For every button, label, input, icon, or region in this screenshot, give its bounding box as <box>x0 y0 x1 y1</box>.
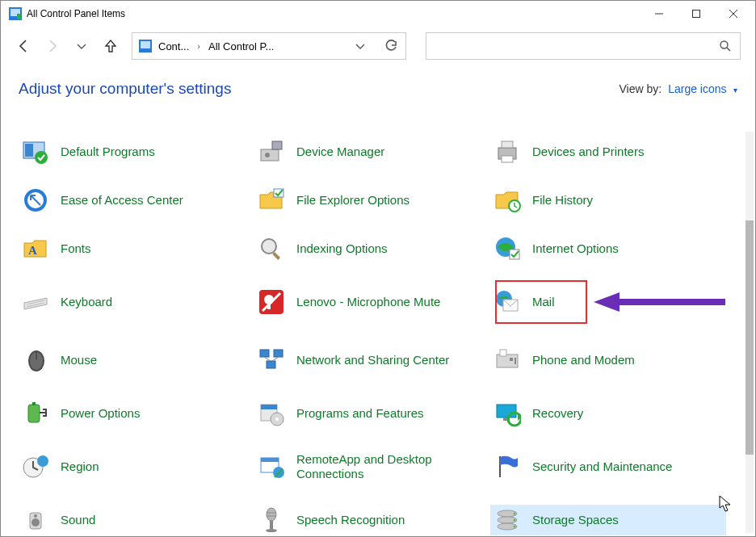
items-grid: Default ProgramsDevice ManagerDevices an… <box>19 136 726 535</box>
printer-icon <box>494 138 521 166</box>
breadcrumb-second[interactable]: All Control P... <box>208 40 274 52</box>
item-internet-options[interactable]: Internet Options <box>490 233 726 264</box>
refresh-button[interactable] <box>383 38 399 54</box>
adjust-settings-title: Adjust your computer's settings <box>19 80 231 98</box>
svg-point-9 <box>720 41 728 48</box>
mail-globe-icon <box>494 288 521 316</box>
view-by-dropdown[interactable]: Large icons ▾ <box>668 82 737 96</box>
item-label: Recovery <box>532 406 583 421</box>
magnifier-icon <box>258 235 285 262</box>
item-security-and-maintenance[interactable]: Security and Maintenance <box>490 447 726 487</box>
items-scroll-area[interactable]: Default ProgramsDevice ManagerDevices an… <box>1 132 744 536</box>
keyboard-icon <box>22 288 49 316</box>
item-network-and-sharing-center[interactable]: Network and Sharing Center <box>254 340 490 380</box>
item-file-explorer-options[interactable]: File Explorer Options <box>254 185 490 216</box>
item-fonts[interactable]: Fonts <box>19 233 254 264</box>
battery-plug-icon <box>22 400 49 427</box>
item-programs-and-features[interactable]: Programs and Features <box>254 398 490 429</box>
chevron-right-icon: › <box>197 41 200 51</box>
box-cd-icon <box>258 400 285 427</box>
chevron-down-icon: ▾ <box>733 86 737 94</box>
view-by-label: View by: <box>619 82 662 95</box>
item-label: Fonts <box>61 241 91 256</box>
settings-header: Adjust your computer's settings View by:… <box>1 65 755 104</box>
item-label: Mouse <box>61 353 97 367</box>
item-speech-recognition[interactable]: Speech Recognition <box>254 505 490 535</box>
item-label: RemoteApp and Desktop Connections <box>296 452 487 481</box>
item-label: File Explorer Options <box>296 193 410 208</box>
back-button[interactable] <box>15 38 32 54</box>
item-label: Security and Maintenance <box>532 459 672 474</box>
item-label: Indexing Options <box>296 241 388 256</box>
microphone-icon <box>258 506 285 534</box>
view-by-value: Large icons <box>668 82 726 95</box>
item-label: Internet Options <box>532 241 619 256</box>
item-file-history[interactable]: File History <box>490 185 726 216</box>
item-lenovo-microphone-mute[interactable]: Lenovo - Microphone Mute <box>254 282 490 322</box>
svg-rect-8 <box>141 41 150 48</box>
item-mouse[interactable]: Mouse <box>19 340 254 380</box>
phone-fax-icon <box>494 346 521 374</box>
search-icon <box>719 40 732 52</box>
item-label: File History <box>532 193 593 208</box>
navigation-bar: Cont... › All Control P... <box>1 27 755 65</box>
item-label: Default Programs <box>61 145 155 159</box>
monitor-arrow-icon <box>494 400 521 427</box>
item-devices-and-printers[interactable]: Devices and Printers <box>490 136 726 167</box>
title-bar: All Control Panel Items <box>1 1 755 27</box>
item-region[interactable]: Region <box>19 447 254 487</box>
device-manager-icon <box>258 138 285 166</box>
item-mail[interactable]: Mail <box>490 282 726 322</box>
svg-rect-2 <box>17 14 21 19</box>
item-label: Region <box>61 459 99 474</box>
clock-globe-icon <box>22 453 49 480</box>
minimize-button[interactable] <box>640 1 678 27</box>
maximize-button[interactable] <box>678 1 715 27</box>
globe-check-icon <box>494 235 521 262</box>
address-bar[interactable]: Cont... › All Control P... <box>132 32 406 60</box>
item-indexing-options[interactable]: Indexing Options <box>254 233 490 264</box>
mic-mute-icon <box>258 288 285 316</box>
item-label: Sound <box>61 513 95 527</box>
item-sound[interactable]: Sound <box>19 505 254 535</box>
item-label: Programs and Features <box>296 406 424 421</box>
item-label: Storage Spaces <box>532 513 619 527</box>
address-dropdown-button[interactable] <box>352 38 368 54</box>
item-label: Phone and Modem <box>532 353 635 367</box>
speaker-icon <box>22 506 49 534</box>
item-label: Mail <box>532 295 555 309</box>
item-label: Power Options <box>61 406 140 421</box>
item-ease-of-access-center[interactable]: Ease of Access Center <box>19 185 254 216</box>
up-button[interactable] <box>103 38 119 54</box>
item-remoteapp-and-desktop-connections[interactable]: RemoteApp and Desktop Connections <box>254 447 490 487</box>
programs-check-icon <box>22 138 49 166</box>
disks-icon <box>494 506 521 534</box>
scrollbar-track[interactable] <box>746 132 754 533</box>
recent-locations-button[interactable] <box>74 38 90 54</box>
item-label: Device Manager <box>296 145 384 159</box>
item-default-programs[interactable]: Default Programs <box>19 136 254 167</box>
item-label: Speech Recognition <box>296 513 405 527</box>
item-label: Devices and Printers <box>532 145 644 159</box>
network-icon <box>258 346 285 374</box>
folder-a-icon <box>22 235 49 262</box>
scrollbar-thumb[interactable] <box>746 220 754 455</box>
item-recovery[interactable]: Recovery <box>490 398 726 429</box>
close-button[interactable] <box>715 1 752 27</box>
breadcrumb-first[interactable]: Cont... <box>158 40 189 52</box>
svg-rect-4 <box>693 10 700 18</box>
item-storage-spaces[interactable]: Storage Spaces <box>490 505 726 535</box>
svg-line-10 <box>727 48 730 51</box>
control-panel-icon <box>9 7 22 20</box>
forward-button[interactable] <box>44 38 61 54</box>
folder-clock-icon <box>494 187 521 214</box>
control-panel-window: All Control Panel Items Cont... › All Co… <box>0 0 756 537</box>
item-power-options[interactable]: Power Options <box>19 398 254 429</box>
ease-access-icon <box>22 187 49 214</box>
item-device-manager[interactable]: Device Manager <box>254 136 490 167</box>
item-keyboard[interactable]: Keyboard <box>19 282 254 322</box>
search-box[interactable] <box>426 32 741 60</box>
mouse-icon <box>22 346 49 374</box>
item-phone-and-modem[interactable]: Phone and Modem <box>490 340 726 380</box>
location-icon <box>139 40 152 52</box>
